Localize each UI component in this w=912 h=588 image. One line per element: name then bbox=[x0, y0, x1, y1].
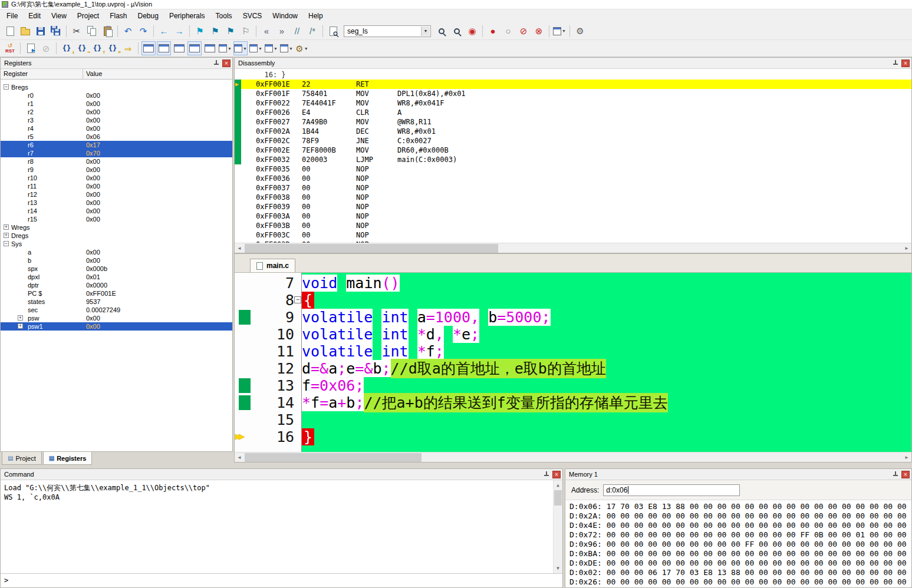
close-icon[interactable]: × bbox=[901, 471, 910, 478]
memory-window-icon[interactable]: ▼ bbox=[233, 41, 248, 55]
scroll-right-icon[interactable]: ► bbox=[902, 244, 911, 253]
register-row[interactable]: r20x00 bbox=[1, 108, 232, 116]
expand-icon[interactable]: + bbox=[4, 233, 9, 238]
tab-project[interactable]: ▤Project bbox=[2, 452, 42, 465]
comment-icon[interactable]: // bbox=[290, 24, 304, 38]
register-row[interactable]: PC $0xFF001E bbox=[1, 289, 232, 298]
disassembly-line[interactable]: 0xFF003C00NOP bbox=[235, 230, 911, 240]
scroll-thumb[interactable] bbox=[554, 490, 562, 506]
navigate-forward-icon[interactable]: → bbox=[172, 24, 186, 38]
close-icon[interactable]: × bbox=[552, 471, 561, 478]
disassembly-line[interactable]: 0xFF00277A49B0MOV@WR8,R11 bbox=[235, 117, 911, 127]
code-line[interactable]: 15 bbox=[235, 411, 911, 428]
disassembly-line[interactable]: 0xFF001F758401MOVDPL1(0x84),#0x01 bbox=[235, 89, 911, 98]
find-reference-icon[interactable]: ◉ bbox=[465, 24, 479, 38]
cut-icon[interactable]: ✂ bbox=[70, 24, 84, 38]
scroll-left-icon[interactable]: ◄ bbox=[235, 453, 244, 462]
uncomment-icon[interactable]: /* bbox=[305, 24, 320, 38]
disassembly-line[interactable]: 0xFF002E7EF8000BMOVDR60,#0x000B bbox=[235, 146, 911, 155]
code-line[interactable]: 12d=&a;e=&b;//d取a的首地址，e取b的首地址 bbox=[235, 360, 911, 377]
register-row[interactable]: +psw10x00 bbox=[1, 322, 232, 331]
redo-icon[interactable]: ↷ bbox=[136, 24, 150, 38]
disassembly-line[interactable]: 0xFF00227E44041FMOVWR8,#0x041F bbox=[235, 98, 911, 108]
breakpoint-kill-all-icon[interactable]: ⊗ bbox=[532, 24, 546, 38]
disassembly-line[interactable]: 0xFF002C78F9JNEC:0x0027 bbox=[235, 136, 911, 146]
register-row[interactable]: r110x00 bbox=[1, 182, 232, 190]
stop-icon[interactable]: ⊘ bbox=[39, 41, 53, 55]
code-line[interactable]: 11volatile int *f; bbox=[235, 343, 911, 360]
pin-icon[interactable] bbox=[891, 59, 900, 67]
register-row[interactable]: r50x06 bbox=[1, 133, 232, 141]
find-icon[interactable] bbox=[434, 24, 449, 38]
navigate-back-icon[interactable]: ← bbox=[157, 24, 171, 38]
system-viewer-icon[interactable]: ▼ bbox=[279, 41, 294, 55]
register-row[interactable]: r130x00 bbox=[1, 199, 232, 207]
code-line[interactable]: 10volatile int *d, *e; bbox=[235, 326, 911, 343]
configure-icon[interactable]: ⚙ bbox=[573, 24, 587, 38]
code-line[interactable]: 14*f=a+b;//把a+b的结果送到f变量所指的存储单元里去 bbox=[235, 394, 911, 411]
close-icon[interactable]: × bbox=[222, 60, 231, 67]
disassembly-view[interactable]: 16: }▶0xFF001E22RET0xFF001F758401MOVDPL1… bbox=[235, 69, 911, 243]
code-line[interactable]: 7void main() bbox=[235, 275, 911, 292]
pin-icon[interactable] bbox=[891, 470, 900, 478]
memory-row[interactable]: D:0x72:00 00 00 00 00 00 00 00 00 00 00 … bbox=[569, 530, 911, 540]
register-row[interactable]: −Bregs bbox=[1, 83, 232, 91]
register-row[interactable]: b0x00 bbox=[1, 256, 232, 265]
expand-icon[interactable]: + bbox=[4, 224, 9, 230]
call-stack-window-icon[interactable] bbox=[203, 41, 217, 55]
pin-icon[interactable] bbox=[542, 470, 551, 478]
menu-peripherals[interactable]: Peripherals bbox=[164, 10, 210, 22]
register-row[interactable]: r00x00 bbox=[1, 91, 232, 100]
toolbox-icon[interactable]: ⚙▼ bbox=[295, 41, 309, 55]
save-icon[interactable] bbox=[34, 24, 48, 38]
register-row[interactable]: r120x00 bbox=[1, 190, 232, 199]
code-line[interactable]: ▶▶16} bbox=[235, 428, 911, 445]
find-in-files-icon[interactable] bbox=[326, 24, 340, 38]
memory-address-input[interactable]: d:0x06 bbox=[603, 484, 740, 496]
register-row[interactable]: dptr0x0000 bbox=[1, 281, 232, 289]
memory-row[interactable]: D:0x06:17 70 03 E8 13 88 00 00 00 00 00 … bbox=[569, 502, 911, 511]
register-row[interactable]: r30x00 bbox=[1, 116, 232, 124]
breakpoint-toggle-icon[interactable]: ● bbox=[486, 24, 500, 38]
menu-tools[interactable]: Tools bbox=[210, 10, 238, 22]
step-over-icon[interactable]: {} bbox=[75, 41, 89, 55]
menu-svcs[interactable]: SVCS bbox=[238, 10, 268, 22]
pin-icon[interactable] bbox=[212, 59, 220, 67]
disassembly-window-icon[interactable] bbox=[157, 41, 171, 55]
serial-window-icon[interactable]: ▼ bbox=[249, 41, 263, 55]
memory-row[interactable]: D:0x02:00 00 00 06 17 70 03 E8 13 88 00 … bbox=[569, 568, 911, 577]
disassembly-line[interactable]: 0xFF003500NOP bbox=[235, 164, 911, 174]
bookmark-toggle-icon[interactable]: ⚑ bbox=[193, 24, 207, 38]
memory-row[interactable]: D:0x2A:00 00 00 00 00 00 00 00 00 00 00 … bbox=[569, 511, 911, 521]
disassembly-hscrollbar[interactable]: ◄ ► bbox=[235, 243, 911, 253]
scroll-left-icon[interactable]: ◄ bbox=[235, 244, 244, 253]
register-row[interactable]: r60x17 bbox=[1, 141, 232, 149]
watch-window-icon[interactable]: ▼ bbox=[218, 41, 232, 55]
editor-body[interactable]: 7void main()8−{9volatile int a=1000, b=5… bbox=[235, 273, 911, 452]
expand-icon[interactable]: + bbox=[18, 323, 23, 329]
register-row[interactable]: +Dregs bbox=[1, 232, 232, 240]
tab-registers[interactable]: ▤Registers bbox=[43, 452, 93, 465]
register-row[interactable]: r100x00 bbox=[1, 174, 232, 182]
memory-row[interactable]: D:0xDE:00 00 00 00 00 00 00 00 00 00 00 … bbox=[569, 559, 911, 568]
reset-icon[interactable]: ↺RST bbox=[3, 41, 17, 55]
step-into-icon[interactable]: {} bbox=[60, 41, 74, 55]
disassembly-line[interactable]: 0xFF0026E4CLRA bbox=[235, 108, 911, 117]
command-window-icon[interactable] bbox=[141, 41, 156, 55]
disassembly-line[interactable]: 0xFF003700NOP bbox=[235, 183, 911, 193]
breakpoint-disable-all-icon[interactable]: ⊘ bbox=[516, 24, 531, 38]
file-scope-combo[interactable]: seg_ls▼ bbox=[344, 25, 431, 37]
window-layout-icon[interactable]: ▼ bbox=[552, 24, 567, 38]
disassembly-line[interactable]: 0xFF003900NOP bbox=[235, 202, 911, 212]
paste-icon[interactable] bbox=[100, 24, 114, 38]
menu-debug[interactable]: Debug bbox=[133, 10, 164, 22]
menu-project[interactable]: Project bbox=[72, 10, 104, 22]
register-row[interactable]: r140x00 bbox=[1, 207, 232, 215]
collapse-icon[interactable]: − bbox=[4, 84, 9, 90]
memory-row[interactable]: D:0x96:00 00 00 00 00 00 00 00 00 00 FF … bbox=[569, 540, 911, 549]
memory-row[interactable]: D:0xBA:00 00 00 00 00 00 00 00 00 00 00 … bbox=[569, 549, 911, 559]
collapse-icon[interactable]: − bbox=[4, 241, 9, 246]
registers-window-icon[interactable] bbox=[187, 41, 202, 55]
save-all-icon[interactable] bbox=[49, 24, 63, 38]
register-row[interactable]: dpxl0x01 bbox=[1, 273, 232, 281]
